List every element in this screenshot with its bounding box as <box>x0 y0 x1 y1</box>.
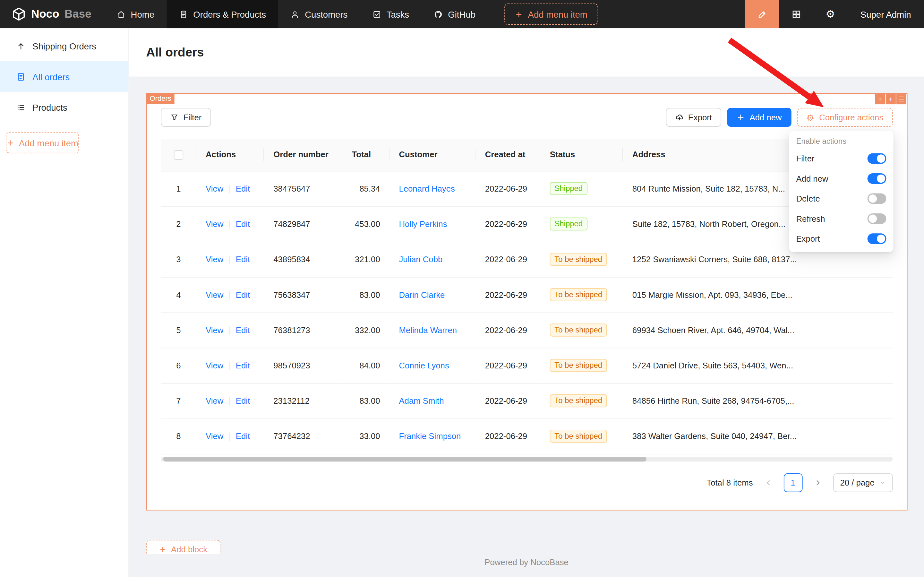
customer-link[interactable]: Melinda Warren <box>399 326 457 335</box>
home-icon <box>117 10 126 19</box>
row-actions-cell: ViewEdit <box>196 242 264 277</box>
configure-actions-dropdown: Enable actions Filter Add new Delete <box>789 131 893 252</box>
toggle-switch[interactable] <box>868 173 887 184</box>
designer-drag-icon[interactable]: + <box>875 94 885 104</box>
view-link[interactable]: View <box>206 184 223 193</box>
enable-action-label: Add new <box>796 174 828 183</box>
customer-link[interactable]: Darin Clarke <box>399 290 445 300</box>
edit-link[interactable]: Edit <box>236 184 250 193</box>
plus-icon <box>737 113 745 122</box>
designer-initializer-icon[interactable]: + <box>886 94 896 104</box>
order-number-cell: 23132112 <box>264 383 342 419</box>
column-header-status: Status <box>540 139 623 171</box>
column-header-order-number: Order number <box>264 139 342 171</box>
export-button[interactable]: Export <box>666 108 721 127</box>
customer-link[interactable]: Adam Smith <box>399 396 444 405</box>
configure-actions-button[interactable]: ⚙ Configure actions <box>797 108 893 127</box>
status-badge: To be shipped <box>550 253 607 266</box>
divider <box>229 221 230 229</box>
status-badge: To be shipped <box>550 395 607 407</box>
nav-add-menu-item-button[interactable]: Add menu item <box>504 3 598 25</box>
view-link[interactable]: View <box>206 290 223 299</box>
customer-link[interactable]: Holly Perkins <box>399 219 447 229</box>
nocobase-logo[interactable]: NocoBase <box>0 0 104 28</box>
table-row: 2 ViewEdit 74829847 453.00 Holly Perkins… <box>161 206 893 242</box>
prev-page-button[interactable] <box>759 473 778 492</box>
customer-link[interactable]: Frankie Simpson <box>399 431 461 441</box>
edit-link[interactable]: Edit <box>236 326 250 335</box>
plugins-button[interactable] <box>779 0 813 28</box>
filter-button[interactable]: Filter <box>161 108 211 127</box>
add-new-button[interactable]: Add new <box>727 108 791 127</box>
chevron-down-icon <box>880 479 885 485</box>
nav-item-orders-products[interactable]: Orders & Products <box>167 0 278 28</box>
nav-item-tasks[interactable]: Tasks <box>360 0 422 28</box>
column-header-total: Total <box>342 139 390 171</box>
order-number-cell: 75638347 <box>264 277 342 312</box>
order-number-cell: 38475647 <box>264 171 342 206</box>
dropdown-items: Filter Add new Delete Refresh <box>789 148 893 249</box>
next-page-button[interactable] <box>808 473 827 492</box>
edit-link[interactable]: Edit <box>236 219 250 229</box>
sidebar-item-all-orders[interactable]: All orders <box>0 61 128 92</box>
user-menu[interactable]: Super Admin <box>847 0 924 28</box>
edit-link[interactable]: Edit <box>236 361 250 370</box>
table-row: 5 ViewEdit 76381273 332.00 Melinda Warre… <box>161 312 893 348</box>
customer-link[interactable]: Connie Lyons <box>399 361 449 370</box>
sidebar-add-menu-item-button[interactable]: Add menu item <box>6 132 79 153</box>
row-actions-cell: ViewEdit <box>196 348 264 383</box>
row-index: 7 <box>161 383 196 419</box>
enable-action-item: Export <box>789 229 893 249</box>
toggle-switch[interactable] <box>868 153 887 164</box>
status-badge: To be shipped <box>550 430 607 443</box>
select-all-checkbox[interactable] <box>174 150 183 160</box>
switch-knob <box>877 174 885 183</box>
add-block-button[interactable]: Add block <box>146 540 221 554</box>
status-cell: To be shipped <box>540 312 623 348</box>
view-link[interactable]: View <box>206 396 223 405</box>
sidebar-item-products[interactable]: Products <box>0 92 128 123</box>
status-cell: To be shipped <box>540 348 623 383</box>
nav-item-label: Customers <box>305 9 348 19</box>
configure-actions-label: Configure actions <box>819 113 883 122</box>
nav-item-home[interactable]: Home <box>104 0 167 28</box>
total-cell: 332.00 <box>342 312 390 348</box>
page-size-select[interactable]: 20 / page <box>833 473 893 492</box>
customer-link[interactable]: Julian Cobb <box>399 255 443 264</box>
logo-text-base: Base <box>64 8 91 21</box>
settings-button[interactable]: ⚙ <box>813 0 848 28</box>
row-actions-cell: ViewEdit <box>196 312 264 348</box>
column-header-customer: Customer <box>390 139 475 171</box>
sidebar-item-shipping-orders[interactable]: Shipping Orders <box>0 31 128 61</box>
nav-item-github[interactable]: GitHub <box>422 0 488 28</box>
toggle-switch[interactable] <box>868 193 887 204</box>
toggle-switch[interactable] <box>868 233 887 244</box>
current-page-button[interactable]: 1 <box>784 473 802 492</box>
address-cell: 84856 Hirthe Run, Suite 268, 94754-6705,… <box>623 383 893 419</box>
table-header-row: Actions Order number Total Customer Crea… <box>161 139 893 171</box>
toolbar-right-group: Export Add new ⚙ Configure actions <box>666 108 893 127</box>
status-cell: To be shipped <box>540 383 623 419</box>
nav-item-customers[interactable]: Customers <box>278 0 360 28</box>
edit-link[interactable]: Edit <box>236 431 250 441</box>
divider <box>229 185 230 193</box>
ui-editor-button[interactable] <box>745 0 779 28</box>
view-link[interactable]: View <box>206 219 223 229</box>
scrollbar-thumb[interactable] <box>163 457 647 461</box>
view-link[interactable]: View <box>206 255 223 264</box>
view-link[interactable]: View <box>206 326 223 335</box>
divider <box>229 433 230 441</box>
view-link[interactable]: View <box>206 361 223 370</box>
designer-menu-icon[interactable]: ☰ <box>897 94 906 104</box>
gear-icon: ⚙ <box>826 9 835 19</box>
status-cell: To be shipped <box>540 419 623 454</box>
customer-link[interactable]: Leonard Hayes <box>399 184 455 193</box>
edit-link[interactable]: Edit <box>236 255 250 264</box>
total-cell: 33.00 <box>342 419 390 454</box>
toggle-switch[interactable] <box>868 213 887 224</box>
edit-link[interactable]: Edit <box>236 396 250 405</box>
edit-link[interactable]: Edit <box>236 290 250 299</box>
enable-action-label: Filter <box>796 154 814 163</box>
github-icon <box>434 10 443 19</box>
view-link[interactable]: View <box>206 431 223 441</box>
